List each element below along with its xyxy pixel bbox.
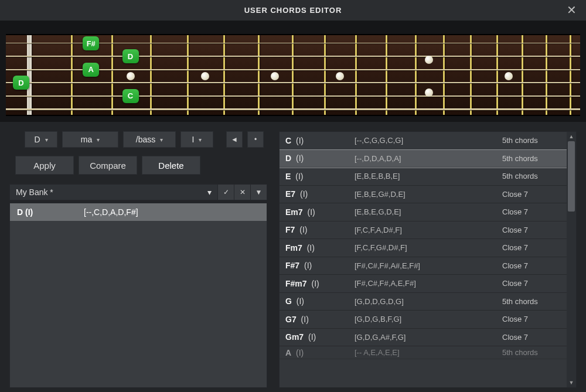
fret-note[interactable]: D bbox=[122, 49, 139, 63]
chevron-down-icon: ▾ bbox=[160, 137, 163, 143]
fret bbox=[187, 35, 189, 115]
fret-inlay bbox=[425, 56, 433, 64]
chevron-down-icon: ▾ bbox=[45, 137, 48, 143]
fret-inlay bbox=[425, 88, 433, 97]
bank-confirm-icon[interactable]: ✓ bbox=[218, 184, 234, 200]
chord-notes: [F#,C#,F#,A#,E,F#] bbox=[355, 261, 498, 270]
window-title: USER CHORDS EDITOR bbox=[244, 6, 342, 15]
scrollbar[interactable]: ▲ ▼ bbox=[567, 132, 576, 387]
chord-name: D (I) bbox=[285, 154, 350, 163]
user-chord-list[interactable]: D (I)[--,C,D,A,D,F#] bbox=[9, 203, 267, 388]
play-icon[interactable]: • bbox=[247, 131, 264, 148]
scroll-up-icon[interactable]: ▲ bbox=[567, 132, 576, 141]
string bbox=[6, 56, 580, 57]
chord-notes: [E,B,E,G#,D,E] bbox=[355, 190, 498, 199]
chord-library-rows[interactable]: C (I)[--,C,G,G,C,G]5th chordsD (I)[--,D,… bbox=[280, 132, 567, 387]
chord-notes: [--,C,G,G,C,G] bbox=[355, 136, 498, 145]
user-chord-name: D (I) bbox=[17, 207, 76, 217]
fretboard[interactable]: DF#ADC bbox=[6, 34, 580, 116]
position-select[interactable]: I ▾ bbox=[180, 131, 213, 148]
chord-notes: [G,D,G,A#,F,G] bbox=[355, 333, 498, 342]
bank-cancel-icon[interactable]: ✕ bbox=[234, 184, 251, 200]
chord-category: Close 7 bbox=[502, 333, 561, 342]
fret bbox=[496, 35, 498, 115]
fret bbox=[324, 35, 326, 115]
string bbox=[6, 82, 580, 83]
chord-name: G7 (I) bbox=[285, 315, 350, 324]
string bbox=[6, 96, 580, 97]
table-row[interactable]: D (I)[--,D,D,A,D,A]5th chords bbox=[280, 150, 567, 168]
fret bbox=[71, 35, 73, 115]
action-buttons: Apply Compare Delete bbox=[9, 156, 267, 175]
mute-icon[interactable]: ◄ bbox=[226, 131, 243, 148]
compare-button[interactable]: Compare bbox=[79, 156, 137, 175]
title-bar: USER CHORDS EDITOR ✕ bbox=[0, 0, 586, 21]
table-row[interactable]: Gm7 (I)[G,D,G,A#,F,G]Close 7 bbox=[280, 329, 567, 347]
chevron-down-icon: ▾ bbox=[97, 137, 100, 143]
table-row[interactable]: Fm7 (I)[F,C,F,G#,D#,F]Close 7 bbox=[280, 239, 567, 257]
fret bbox=[546, 35, 547, 115]
table-row[interactable]: G7 (I)[G,D,G,B,F,G]Close 7 bbox=[280, 311, 567, 329]
chord-library: C (I)[--,C,G,G,C,G]5th chordsD (I)[--,D,… bbox=[279, 131, 577, 388]
chord-category: 5th chords bbox=[502, 154, 561, 163]
table-row[interactable]: A (I)[-- A,E,A,E,E]5th chords bbox=[280, 346, 567, 359]
root-value: D bbox=[34, 135, 40, 144]
fret-note[interactable]: A bbox=[83, 63, 99, 77]
chord-notes: [E,B,E,B,B,E] bbox=[355, 172, 498, 180]
bass-select[interactable]: /bass ▾ bbox=[123, 131, 176, 148]
fret-inlay bbox=[336, 72, 344, 80]
chord-selector-row: D ▾ ma ▾ /bass ▾ I ▾ ◄ • bbox=[9, 131, 267, 148]
position-value: I bbox=[192, 135, 195, 144]
chord-category: Close 7 bbox=[502, 315, 561, 323]
chord-name: F7 (I) bbox=[285, 225, 350, 234]
scroll-track[interactable] bbox=[567, 141, 576, 378]
chevron-down-icon: ▾ bbox=[207, 188, 212, 197]
chord-name: F#m7 (I) bbox=[285, 279, 350, 288]
table-row[interactable]: F#7 (I)[F#,C#,F#,A#,E,F#]Close 7 bbox=[280, 257, 567, 275]
delete-button[interactable]: Delete bbox=[142, 156, 200, 175]
list-item[interactable]: D (I)[--,C,D,A,D,F#] bbox=[10, 203, 267, 221]
table-row[interactable]: C (I)[--,C,G,G,C,G]5th chords bbox=[280, 132, 567, 150]
chord-name: E (I) bbox=[285, 172, 350, 181]
table-row[interactable]: F7 (I)[F,C,F,A,D#,F]Close 7 bbox=[280, 221, 567, 240]
bass-value: /bass bbox=[136, 135, 155, 144]
close-icon[interactable]: ✕ bbox=[565, 4, 578, 16]
chevron-down-icon: ▾ bbox=[199, 137, 202, 143]
fret-inlay bbox=[271, 72, 279, 80]
fret bbox=[522, 35, 523, 115]
left-pane: D ▾ ma ▾ /bass ▾ I ▾ ◄ • Apply bbox=[9, 131, 267, 388]
table-row[interactable]: G (I)[G,D,D,G,D,G]5th chords bbox=[280, 293, 567, 311]
chord-name: Gm7 (I) bbox=[285, 332, 350, 342]
chord-category: Close 7 bbox=[502, 279, 561, 288]
chord-name: F#7 (I) bbox=[285, 261, 350, 270]
right-pane: C (I)[--,C,G,G,C,G]5th chordsD (I)[--,D,… bbox=[279, 131, 577, 388]
fret-inlay bbox=[127, 72, 135, 80]
fret-note[interactable]: D bbox=[13, 76, 29, 90]
chord-notes: [E,B,E,G,D,E] bbox=[355, 207, 498, 216]
bank-menu-icon[interactable]: ▼ bbox=[251, 184, 267, 200]
chord-notes: [-- A,E,A,E,E] bbox=[355, 348, 498, 357]
lower-panel: D ▾ ma ▾ /bass ▾ I ▾ ◄ • Apply bbox=[0, 122, 586, 392]
bank-name-input[interactable]: My Bank * ▾ bbox=[9, 184, 218, 200]
chord-name: Em7 (I) bbox=[285, 207, 350, 217]
chord-name: G (I) bbox=[285, 296, 350, 306]
scroll-down-icon[interactable]: ▼ bbox=[567, 378, 576, 387]
chord-category: 5th chords bbox=[502, 136, 561, 145]
fret bbox=[223, 35, 225, 115]
root-select[interactable]: D ▾ bbox=[25, 131, 57, 148]
fret bbox=[386, 35, 387, 115]
fret-note[interactable]: F# bbox=[83, 36, 99, 50]
scroll-thumb[interactable] bbox=[568, 141, 575, 212]
chord-name: E7 (I) bbox=[285, 189, 350, 199]
fret-note[interactable]: C bbox=[122, 89, 139, 103]
apply-button[interactable]: Apply bbox=[15, 156, 74, 175]
chord-category: Close 7 bbox=[502, 261, 561, 270]
table-row[interactable]: E (I)[E,B,E,B,B,E]5th chords bbox=[280, 168, 567, 186]
table-row[interactable]: F#m7 (I)[F#,C#,F#,A,E,F#]Close 7 bbox=[280, 275, 567, 293]
table-row[interactable]: E7 (I)[E,B,E,G#,D,E]Close 7 bbox=[280, 186, 567, 204]
chord-category: Close 7 bbox=[502, 243, 561, 252]
table-row[interactable]: Em7 (I)[E,B,E,G,D,E]Close 7 bbox=[280, 203, 567, 221]
quality-select[interactable]: ma ▾ bbox=[62, 131, 118, 148]
string bbox=[6, 108, 580, 110]
fretboard-area: DF#ADC bbox=[0, 21, 586, 122]
